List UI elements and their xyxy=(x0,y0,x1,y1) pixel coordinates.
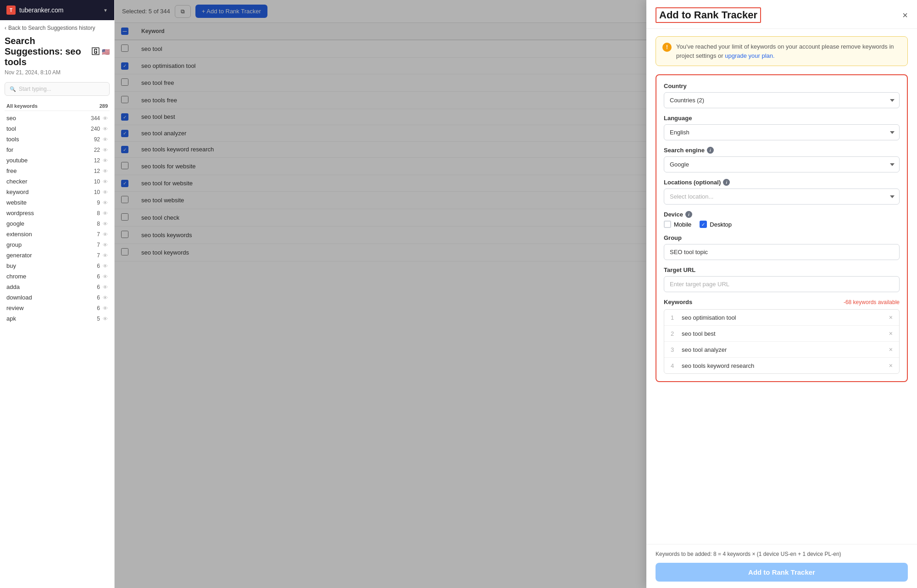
target-url-label: Target URL xyxy=(664,266,900,273)
keywords-label: Keywords xyxy=(664,299,692,305)
keywords-available: -68 keywords available xyxy=(844,299,900,305)
sidebar-item-tools[interactable]: tools 92 👁 xyxy=(5,134,110,144)
sidebar-item-tool[interactable]: tool 240 👁 xyxy=(5,123,110,134)
locations-info-icon[interactable]: i xyxy=(723,179,730,186)
modal-close-button[interactable]: × xyxy=(902,10,908,21)
site-favicon: T xyxy=(6,6,16,15)
sidebar-item-adda[interactable]: adda 6 👁 xyxy=(5,282,110,292)
eye-icon[interactable]: 👁 xyxy=(103,305,108,311)
search-placeholder: Start typing... xyxy=(19,86,51,92)
sidebar-item-youtube[interactable]: youtube 12 👁 xyxy=(5,155,110,166)
sidebar-item-seo[interactable]: seo 344 👁 xyxy=(5,113,110,123)
sidebar-item-free[interactable]: free 12 👁 xyxy=(5,166,110,176)
device-mobile-option[interactable]: Mobile xyxy=(664,221,691,228)
sidebar-item-download[interactable]: download 6 👁 xyxy=(5,292,110,303)
eye-icon[interactable]: 👁 xyxy=(103,263,108,269)
back-arrow-icon: ‹ xyxy=(5,25,6,31)
search-engine-info-icon[interactable]: i xyxy=(707,147,714,154)
sidebar-item-checker[interactable]: checker 10 👁 xyxy=(5,176,110,187)
sidebar-item-google[interactable]: google 8 👁 xyxy=(5,218,110,229)
sidebar-item-chrome[interactable]: chrome 6 👁 xyxy=(5,271,110,282)
country-select[interactable]: Countries (2) xyxy=(664,92,900,108)
keyword-row-1: 1 seo optimisation tool × xyxy=(664,310,899,326)
locations-label: Locations (optional) i xyxy=(664,179,900,186)
language-select[interactable]: English xyxy=(664,124,900,140)
locations-group: Locations (optional) i Select location..… xyxy=(664,179,900,205)
target-url-group: Target URL xyxy=(664,266,900,292)
eye-icon[interactable]: 👁 xyxy=(103,242,108,248)
country-label: Country xyxy=(664,83,900,89)
keyword-remove-2[interactable]: × xyxy=(889,330,893,337)
keyword-remove-1[interactable]: × xyxy=(889,314,893,321)
device-group: Device i Mobile Desktop xyxy=(664,211,900,228)
all-keywords-count: 289 xyxy=(100,103,108,109)
keywords-header: Keywords -68 keywords available xyxy=(664,299,900,305)
form-section: Country Countries (2) Language English S… xyxy=(656,74,908,382)
sidebar-item-generator[interactable]: generator 7 👁 xyxy=(5,250,110,261)
sidebar-item-extension[interactable]: extension 7 👁 xyxy=(5,229,110,239)
device-desktop-option[interactable]: Desktop xyxy=(700,221,732,228)
keyword-row-4: 4 seo tools keyword research × xyxy=(664,358,899,373)
sidebar-item-for[interactable]: for 22 👁 xyxy=(5,144,110,155)
keyword-row-3: 3 seo tool analyzer × xyxy=(664,342,899,358)
device-mobile-checkbox[interactable] xyxy=(664,221,671,228)
eye-icon[interactable]: 👁 xyxy=(103,284,108,290)
modal-title: Add to Rank Tracker xyxy=(656,7,761,23)
modal-add-rank-tracker: Add to Rank Tracker × ! You've reached y… xyxy=(646,0,917,588)
locations-select[interactable]: Select location... xyxy=(664,189,900,205)
back-link[interactable]: ‹ Back to Search Suggestions history xyxy=(5,25,110,31)
eye-icon[interactable]: 👁 xyxy=(103,221,108,227)
keyword-remove-3[interactable]: × xyxy=(889,346,893,353)
eye-icon[interactable]: 👁 xyxy=(103,116,108,121)
keywords-list-box: 1 seo optimisation tool × 2 seo tool bes… xyxy=(664,309,900,374)
sidebar-content: ‹ Back to Search Suggestions history Sea… xyxy=(0,20,114,328)
eye-icon[interactable]: 👁 xyxy=(103,126,108,132)
eye-icon[interactable]: 👁 xyxy=(103,253,108,258)
eye-icon[interactable]: 👁 xyxy=(103,232,108,237)
modal-footer: Keywords to be added: 8 = 4 keywords × (… xyxy=(646,544,917,588)
eye-icon[interactable]: 👁 xyxy=(103,274,108,279)
device-info-icon[interactable]: i xyxy=(685,211,692,218)
sidebar-item-buy[interactable]: buy 6 👁 xyxy=(5,261,110,271)
eye-icon[interactable]: 👁 xyxy=(103,137,108,142)
modal-body: ! You've reached your limit of keywords … xyxy=(646,29,917,544)
eye-icon[interactable]: 👁 xyxy=(103,147,108,153)
all-keywords-label: All keywords xyxy=(6,103,38,109)
keywords-sidebar-list: All keywords 289 seo 344 👁 tool 240 👁 to… xyxy=(5,101,110,324)
sidebar: T tuberanker.com ▼ ‹ Back to Search Sugg… xyxy=(0,0,115,588)
search-engine-label: Search engine i xyxy=(664,147,900,154)
sidebar-item-apk[interactable]: apk 5 👁 xyxy=(5,313,110,324)
eye-icon[interactable]: 👁 xyxy=(103,295,108,300)
sidebar-item-wordpress[interactable]: wordpress 8 👁 xyxy=(5,208,110,218)
page-title: Search Suggestions: seo tools 🇬 🇺🇸 xyxy=(5,36,110,67)
sidebar-item-group[interactable]: group 7 👁 xyxy=(5,239,110,250)
keyword-remove-4[interactable]: × xyxy=(889,362,893,369)
group-input[interactable]: SEO tool topic xyxy=(664,244,900,260)
eye-icon[interactable]: 👁 xyxy=(103,168,108,174)
search-box[interactable]: 🔍 Start typing... xyxy=(5,82,110,96)
country-group: Country Countries (2) xyxy=(664,83,900,108)
eye-icon[interactable]: 👁 xyxy=(103,179,108,184)
site-dropdown-icon[interactable]: ▼ xyxy=(103,8,108,13)
target-url-input[interactable] xyxy=(664,276,900,292)
keywords-list-header: All keywords 289 xyxy=(5,101,110,111)
site-name: tuberanker.com xyxy=(19,6,64,14)
language-group: Language English xyxy=(664,115,900,140)
upgrade-plan-link[interactable]: upgrade your plan. xyxy=(725,52,774,59)
sidebar-item-keyword[interactable]: keyword 10 👁 xyxy=(5,187,110,197)
sidebar-item-review[interactable]: review 6 👁 xyxy=(5,303,110,313)
device-desktop-label: Desktop xyxy=(710,221,732,228)
sidebar-item-website[interactable]: website 9 👁 xyxy=(5,197,110,208)
submit-add-button[interactable]: Add to Rank Tracker xyxy=(656,563,908,582)
eye-icon[interactable]: 👁 xyxy=(103,316,108,322)
eye-icon[interactable]: 👁 xyxy=(103,200,108,205)
eye-icon[interactable]: 👁 xyxy=(103,158,108,163)
eye-icon[interactable]: 👁 xyxy=(103,189,108,195)
eye-icon[interactable]: 👁 xyxy=(103,211,108,216)
group-label: Group xyxy=(664,234,900,241)
device-desktop-checkbox[interactable] xyxy=(700,221,707,228)
device-label: Device i xyxy=(664,211,900,218)
warning-icon: ! xyxy=(662,43,672,52)
group-group: Group SEO tool topic xyxy=(664,234,900,260)
search-engine-select[interactable]: Google xyxy=(664,156,900,172)
